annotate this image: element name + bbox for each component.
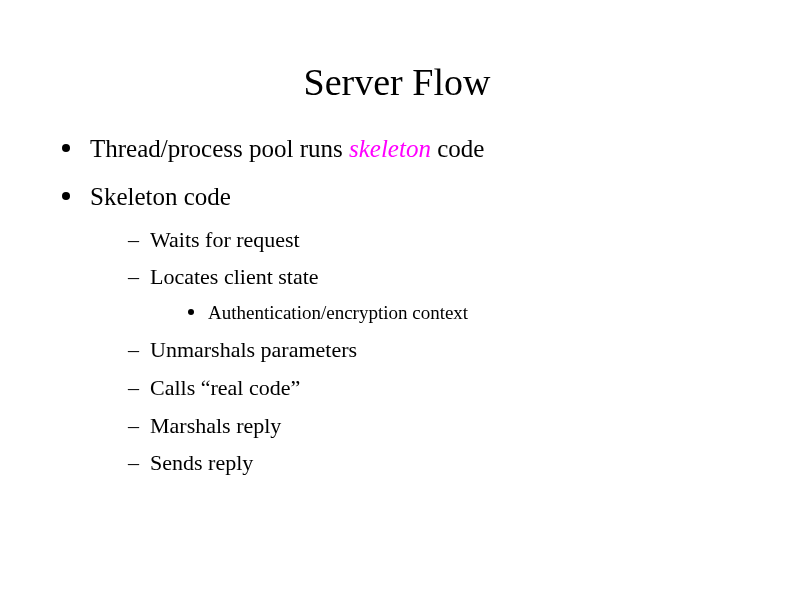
- sub-bullet-text: Waits for request: [150, 227, 300, 252]
- slide-title: Server Flow: [56, 60, 738, 104]
- sub-bullet-item: Waits for request: [128, 224, 738, 256]
- bullet-list: Thread/process pool runs skeleton code S…: [56, 132, 738, 479]
- bullet-text-suffix: code: [431, 135, 484, 162]
- sub-bullet-text: Locates client state: [150, 264, 319, 289]
- sub-bullet-list: Waits for request Locates client state A…: [90, 224, 738, 480]
- sub-bullet-text: Sends reply: [150, 450, 253, 475]
- bullet-text-highlight: skeleton: [349, 135, 431, 162]
- bullet-item: Thread/process pool runs skeleton code: [56, 132, 738, 166]
- bullet-item: Skeleton code Waits for request Locates …: [56, 180, 738, 480]
- subsub-bullet-list: Authentication/encryption context: [150, 299, 738, 328]
- sub-bullet-text: Calls “real code”: [150, 375, 300, 400]
- subsub-bullet-item: Authentication/encryption context: [184, 299, 738, 328]
- sub-bullet-text: Marshals reply: [150, 413, 281, 438]
- sub-bullet-item: Sends reply: [128, 447, 738, 479]
- bullet-text-prefix: Thread/process pool runs: [90, 135, 349, 162]
- slide: Server Flow Thread/process pool runs ske…: [0, 0, 794, 595]
- subsub-bullet-text: Authentication/encryption context: [208, 302, 468, 323]
- sub-bullet-item: Calls “real code”: [128, 372, 738, 404]
- sub-bullet-item: Unmarshals parameters: [128, 334, 738, 366]
- sub-bullet-item: Marshals reply: [128, 410, 738, 442]
- sub-bullet-item: Locates client state Authentication/encr…: [128, 261, 738, 327]
- sub-bullet-text: Unmarshals parameters: [150, 337, 357, 362]
- bullet-text: Skeleton code: [90, 183, 231, 210]
